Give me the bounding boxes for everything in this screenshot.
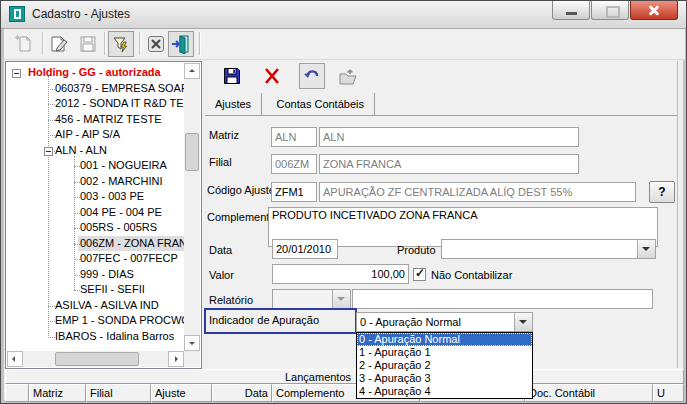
- tree-item[interactable]: 004 PE - 004 PE: [7, 205, 184, 221]
- tree-item[interactable]: IBAROS - Idalina Barros: [7, 329, 184, 345]
- scrollbar-thumb[interactable]: [185, 133, 199, 171]
- scroll-up-button[interactable]: [184, 63, 200, 79]
- codigo-ajuste-label: Código Ajuste: [207, 184, 275, 196]
- tree-item[interactable]: Holding - GG - autorizada: [7, 65, 184, 81]
- indicador-dropdown-list[interactable]: 0 - Apuração Normal1 - Apuração 12 - Apu…: [356, 332, 533, 399]
- produto-combo[interactable]: [441, 239, 656, 259]
- tree-item-label: Holding - GG - autorizada: [26, 65, 163, 81]
- tree-item[interactable]: AIP - AIP S/A: [7, 127, 184, 143]
- edit-record-button[interactable]: [46, 31, 72, 57]
- tree-horizontal-scrollbar[interactable]: [7, 351, 184, 367]
- tab-contas-contabeis[interactable]: Contas Contábeis: [267, 93, 375, 115]
- relatorio-desc-field[interactable]: [352, 289, 653, 309]
- check-icon: ✓: [415, 266, 425, 280]
- tree-item[interactable]: ASILVA - ASILVA IND: [7, 298, 184, 314]
- tree-item-label: 005RS - 005RS: [78, 220, 159, 236]
- tree-collapse-icon[interactable]: [12, 69, 21, 78]
- export-folder-icon: [338, 66, 358, 86]
- filter-button[interactable]: [108, 31, 134, 57]
- new-record-button[interactable]: [11, 31, 37, 57]
- scroll-down-button[interactable]: [184, 335, 200, 351]
- tree-item[interactable]: EMP 1 - SONDA PROCWOR: [7, 313, 184, 329]
- edit-record-icon: [49, 34, 69, 54]
- tree-item[interactable]: 002 - MARCHINI: [7, 174, 184, 190]
- delete-button[interactable]: [259, 63, 285, 89]
- close-button[interactable]: [630, 1, 678, 20]
- maximize-icon: [606, 6, 620, 18]
- indicador-label-box: Indicador de Apuração: [204, 308, 357, 334]
- window-title: Cadastro - Ajustes: [32, 7, 130, 21]
- tree-vertical-scrollbar[interactable]: [184, 63, 200, 351]
- minimize-icon: [566, 12, 577, 15]
- export-button[interactable]: [335, 63, 361, 89]
- valor-field[interactable]: 100,00: [272, 264, 409, 284]
- tree-item[interactable]: 999 - DIAS: [7, 267, 184, 283]
- toolbar-separator: [42, 32, 44, 55]
- tree-collapse-icon[interactable]: [44, 147, 53, 156]
- app-window: Cadastro - Ajustes: [0, 0, 687, 404]
- chevron-down-icon[interactable]: [637, 240, 655, 258]
- data-field[interactable]: 20/01/2010: [272, 239, 338, 259]
- tree-item[interactable]: 001 - NOGUEIRA: [7, 158, 184, 174]
- tree-item-label: 007FEC - 007FECP: [78, 251, 180, 267]
- chevron-down-icon[interactable]: [514, 313, 532, 331]
- tree-item[interactable]: 060379 - EMPRESA SOAR: [7, 81, 184, 97]
- grid-column-header[interactable]: Matriz: [29, 384, 86, 402]
- scroll-right-button[interactable]: [168, 351, 184, 367]
- tab-ajustes[interactable]: Ajustes: [205, 93, 262, 115]
- tree-item-label: 999 - DIAS: [78, 267, 136, 283]
- tree-item-label: ASILVA - ASILVA IND: [53, 298, 161, 314]
- tree-item[interactable]: 007FEC - 007FECP: [7, 251, 184, 267]
- nao-contabilizar-checkbox[interactable]: ✓: [413, 268, 426, 281]
- minimize-button[interactable]: [552, 1, 590, 20]
- codigo-ajuste-field[interactable]: ZFM1: [271, 182, 317, 202]
- tree-item-label: 456 - MATRIZ TESTE: [53, 112, 164, 128]
- help-button[interactable]: ?: [649, 181, 675, 203]
- tree-item[interactable]: SEFII - SEFII: [7, 282, 184, 298]
- save-button[interactable]: [219, 63, 245, 89]
- dropdown-option[interactable]: 3 - Apuração 3: [357, 372, 532, 385]
- matriz-label: Matriz: [209, 129, 239, 141]
- tree-item[interactable]: 456 - MATRIZ TESTE: [7, 112, 184, 128]
- toolbar-separator: [139, 32, 141, 55]
- tree-item[interactable]: 003 - 003 PE: [7, 189, 184, 205]
- tree-item[interactable]: 006ZM - ZONA FRANC: [7, 236, 184, 252]
- dropdown-option[interactable]: 2 - Apuração 2: [357, 359, 532, 372]
- scrollbar-thumb[interactable]: [55, 352, 139, 366]
- save-record-button: [75, 31, 101, 57]
- grid-column-header[interactable]: Doc. Contábil: [525, 384, 653, 402]
- grid-header-row: MatrizFilialAjusteDataComplementoValorDo…: [5, 384, 684, 402]
- grid-column-header[interactable]: Ajuste: [151, 384, 212, 402]
- undo-button[interactable]: [299, 63, 325, 89]
- tree-item-label: 002 - MARCHINI: [78, 174, 165, 190]
- indicador-apuracao-label: Indicador de Apuração: [209, 314, 319, 326]
- grid-column-header[interactable]: Filial: [86, 384, 151, 402]
- undo-arrow-icon: [302, 66, 322, 86]
- matriz-code-field: ALN: [271, 127, 317, 147]
- arrow-up-icon: [189, 69, 195, 72]
- indicador-apuracao-combo[interactable]: 0 - Apuração Normal: [356, 312, 533, 332]
- scroll-left-button[interactable]: [7, 351, 23, 367]
- save-record-icon: [78, 34, 98, 54]
- tree-item-label: 2012 - SONDA IT R&D TES: [53, 96, 184, 112]
- tree-item-label: 006ZM - ZONA FRANC: [78, 236, 184, 252]
- exit-button[interactable]: [168, 31, 194, 57]
- relatorio-label: Relatório: [209, 294, 253, 306]
- tree-item[interactable]: ALN - ALN: [7, 143, 184, 159]
- toolbar-separator: [104, 32, 106, 55]
- grid-column-header[interactable]: [5, 384, 29, 402]
- chevron-down-icon: [332, 290, 350, 308]
- dropdown-option[interactable]: 1 - Apuração 1: [357, 346, 532, 359]
- new-record-icon: [14, 34, 34, 54]
- app-icon: [9, 6, 25, 22]
- produto-label: Produto: [397, 244, 436, 256]
- tree-item[interactable]: 005RS - 005RS: [7, 220, 184, 236]
- excel-export-button[interactable]: [143, 31, 169, 57]
- delete-x-icon: [262, 66, 282, 86]
- grid-column-header[interactable]: Data: [212, 384, 272, 402]
- title-bar[interactable]: Cadastro - Ajustes: [1, 1, 686, 29]
- dropdown-option[interactable]: 0 - Apuração Normal: [357, 333, 532, 346]
- dropdown-option[interactable]: 4 - Apuração 4: [357, 385, 532, 398]
- grid-column-header[interactable]: U: [653, 384, 684, 402]
- tree-item[interactable]: 2012 - SONDA IT R&D TES: [7, 96, 184, 112]
